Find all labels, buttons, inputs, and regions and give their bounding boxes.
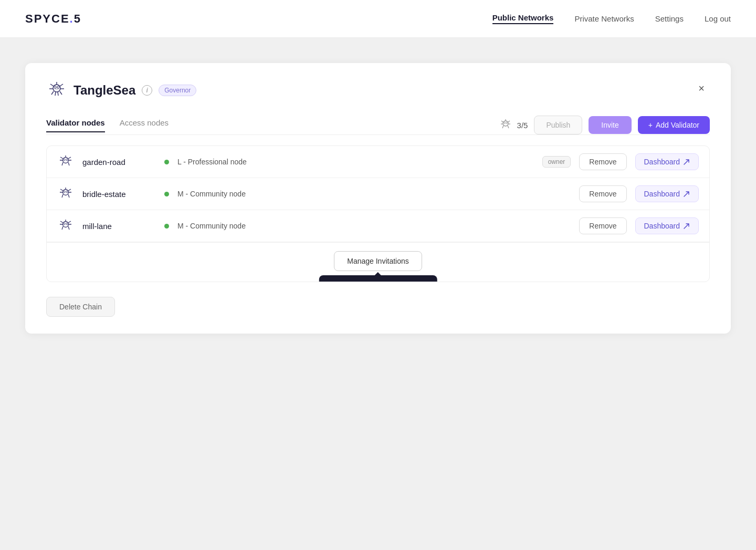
node-name: bridle-estate: [82, 190, 156, 199]
svg-point-32: [66, 159, 68, 161]
tab-bar: Validator nodes Access nodes: [46, 118, 498, 132]
svg-line-40: [68, 194, 69, 198]
svg-line-26: [68, 157, 71, 159]
nav-public-networks[interactable]: Public Networks: [492, 13, 554, 24]
svg-line-25: [60, 157, 63, 159]
svg-line-36: [68, 189, 71, 191]
table-row: mill-lane M - Community node Remove Dash…: [47, 210, 709, 242]
svg-line-6: [51, 91, 54, 95]
node-type: M - Community node: [177, 190, 571, 198]
add-validator-label: Add Validator: [656, 121, 699, 129]
svg-line-49: [62, 226, 63, 230]
delete-chain-button[interactable]: Delete Chain: [46, 297, 115, 317]
svg-line-2: [50, 84, 54, 86]
tab-validator-nodes[interactable]: Validator nodes: [46, 118, 105, 132]
governor-badge: Governor: [159, 85, 196, 96]
svg-point-51: [64, 223, 65, 225]
svg-line-3: [60, 84, 63, 86]
node-status-dot: [164, 192, 169, 196]
svg-point-42: [66, 191, 68, 193]
close-button[interactable]: ×: [693, 80, 710, 97]
node-type: L - Professional node: [177, 158, 534, 166]
node-count-wrap: 3/5: [498, 118, 528, 132]
node-status-dot: [164, 224, 169, 229]
dashboard-button[interactable]: Dashboard: [635, 153, 699, 170]
svg-line-39: [62, 194, 63, 198]
nav-private-networks[interactable]: Private Networks: [574, 14, 634, 23]
nav-links: Public Networks Private Networks Setting…: [492, 13, 731, 24]
node-count-icon: [498, 118, 513, 132]
dashboard-button[interactable]: Dashboard: [635, 217, 699, 234]
network-card: TangleSea i Governor × Validator nodes A…: [25, 63, 731, 334]
manage-invitations-row: Manage Invitations You have two invitati…: [47, 242, 709, 282]
navigation: SPYCE.5 Public Networks Private Networks…: [0, 0, 756, 38]
tooltip-wrap: Manage Invitations You have two invitati…: [334, 251, 422, 271]
plus-icon: +: [648, 121, 653, 129]
network-icon: [46, 80, 67, 101]
network-title: TangleSea: [74, 83, 135, 98]
svg-line-30: [68, 162, 69, 165]
node-count: 3/5: [517, 121, 528, 130]
svg-line-19: [502, 126, 503, 128]
svg-point-41: [64, 191, 65, 193]
svg-point-22: [506, 122, 507, 123]
svg-line-46: [68, 221, 71, 223]
invite-button[interactable]: Invite: [589, 116, 631, 134]
nav-logout[interactable]: Log out: [705, 14, 731, 23]
external-link-icon: [683, 159, 690, 165]
tabs-row: Validator nodes Access nodes: [46, 116, 710, 135]
node-name: mill-lane: [82, 222, 156, 231]
manage-invitations-button[interactable]: Manage Invitations: [334, 251, 422, 271]
add-validator-button[interactable]: + Add Validator: [638, 116, 710, 134]
table-row: garden-road L - Professional node owner …: [47, 146, 709, 178]
nav-settings[interactable]: Settings: [655, 14, 684, 23]
node-type: M - Community node: [177, 222, 571, 230]
svg-line-15: [501, 121, 503, 122]
svg-line-16: [508, 121, 510, 122]
page-content: TangleSea i Governor × Validator nodes A…: [0, 38, 756, 359]
table-row: bridle-estate M - Community node Remove …: [47, 178, 709, 210]
svg-line-9: [58, 92, 58, 96]
card-header-left: TangleSea i Governor: [46, 80, 710, 101]
node-bug-icon: [57, 153, 74, 170]
tab-access-nodes[interactable]: Access nodes: [120, 118, 169, 132]
delete-chain-row: Delete Chain: [46, 297, 710, 317]
logo: SPYCE.5: [25, 12, 492, 26]
external-link-icon: [683, 191, 690, 198]
remove-button[interactable]: Remove: [579, 185, 626, 202]
svg-line-50: [68, 226, 69, 230]
node-name: garden-road: [82, 158, 156, 167]
dashboard-label: Dashboard: [644, 222, 680, 230]
svg-line-29: [62, 162, 63, 165]
publish-button[interactable]: Publish: [534, 116, 582, 134]
node-bug-icon: [57, 217, 74, 234]
remove-button[interactable]: Remove: [579, 153, 626, 170]
card-header: TangleSea i Governor ×: [46, 80, 710, 101]
svg-point-52: [66, 223, 68, 225]
svg-line-7: [60, 91, 62, 95]
remove-button[interactable]: Remove: [579, 217, 626, 234]
svg-line-8: [55, 92, 56, 96]
svg-line-35: [60, 189, 63, 191]
svg-point-21: [503, 122, 505, 123]
svg-point-31: [64, 159, 65, 161]
invitations-tooltip: You have two invitations pending.: [319, 275, 437, 282]
node-bug-icon: [57, 185, 74, 202]
svg-line-20: [508, 126, 509, 128]
dashboard-button[interactable]: Dashboard: [635, 185, 699, 202]
dashboard-label: Dashboard: [644, 190, 680, 198]
node-status-dot: [164, 160, 169, 164]
info-icon[interactable]: i: [142, 85, 152, 96]
svg-line-45: [60, 221, 63, 223]
tab-controls: 3/5 Publish Invite + Add Validator: [498, 116, 710, 134]
external-link-icon: [683, 223, 690, 230]
dashboard-label: Dashboard: [644, 158, 680, 166]
node-table: garden-road L - Professional node owner …: [46, 146, 710, 282]
owner-badge: owner: [542, 156, 571, 168]
